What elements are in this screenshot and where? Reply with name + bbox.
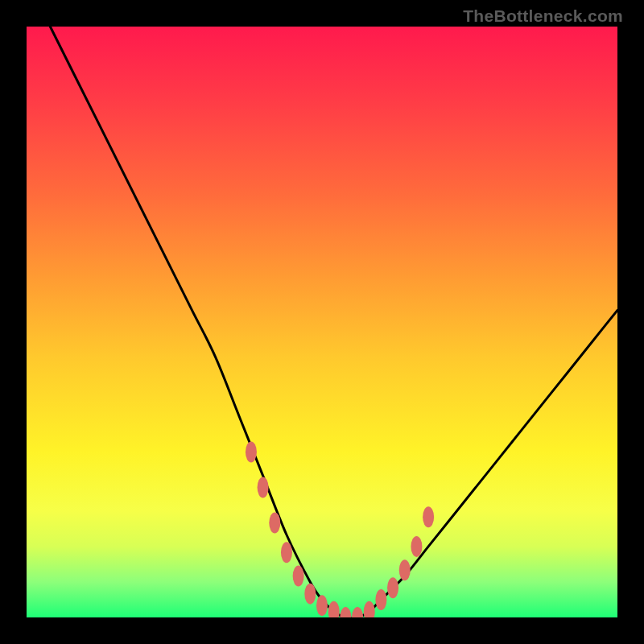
bottleneck-curve-path <box>50 27 617 617</box>
highlight-dot <box>387 577 398 598</box>
marker-group <box>246 441 434 617</box>
highlight-dot <box>269 513 280 534</box>
watermark-label: TheBottleneck.com <box>463 6 623 26</box>
highlight-dot <box>281 542 292 563</box>
highlight-dot <box>411 536 422 557</box>
highlight-dot <box>304 584 316 605</box>
curve-svg <box>27 27 617 617</box>
highlight-dot <box>246 441 257 462</box>
highlight-dot <box>316 595 328 616</box>
highlight-dot <box>423 506 434 527</box>
highlight-dot <box>399 559 411 580</box>
highlight-dot <box>375 589 386 610</box>
plot-area <box>27 27 617 617</box>
highlight-dot <box>328 601 340 617</box>
highlight-dot <box>293 566 304 587</box>
highlight-dot <box>258 477 269 498</box>
highlight-dot <box>352 607 363 617</box>
highlight-dot <box>340 607 351 617</box>
highlight-dot <box>364 601 375 617</box>
chart-frame: TheBottleneck.com <box>0 0 644 644</box>
